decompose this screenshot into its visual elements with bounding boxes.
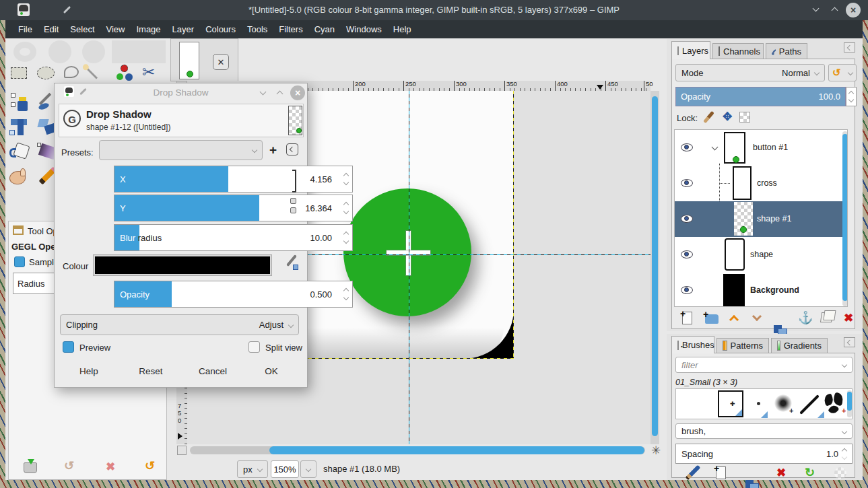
split-view-checkbox[interactable] (248, 341, 260, 353)
layer-row-background[interactable]: Background (675, 273, 848, 307)
dialog-close-icon[interactable]: × (290, 85, 305, 100)
opacity-spinner[interactable] (846, 87, 857, 106)
sample-checkbox[interactable] (14, 256, 25, 267)
visibility-eye-icon[interactable] (681, 215, 693, 223)
mode-switch-button[interactable]: ↺ (828, 64, 857, 81)
brush-item[interactable] (757, 402, 760, 405)
menu-windows[interactable]: Windows (346, 24, 382, 34)
presets-select[interactable] (99, 140, 263, 160)
zoom-input[interactable]: 150% (271, 460, 299, 478)
menu-image[interactable]: Image (136, 24, 160, 34)
brush-list-scrollbar[interactable] (847, 390, 852, 417)
layer-thumbnail[interactable] (733, 166, 752, 200)
brush-spacing-slider[interactable]: Spacing 1.0 (675, 444, 853, 464)
layer-thumbnail[interactable] (723, 274, 745, 307)
tool-scissors-select[interactable]: ✂ (142, 63, 155, 81)
brush-item-stroke[interactable] (799, 393, 822, 413)
layer-name[interactable]: cross (757, 178, 777, 188)
layer-name[interactable]: button #1 (753, 143, 788, 152)
open-brush-as-image-icon[interactable] (834, 467, 846, 479)
merge-layer-icon[interactable] (820, 312, 833, 322)
image-tab[interactable]: ✕ (170, 38, 238, 81)
delete-layer-icon[interactable]: ✖ (844, 312, 853, 324)
tool-free-select[interactable] (64, 66, 79, 78)
edit-brush-icon[interactable] (685, 465, 700, 480)
image-tab-close-icon[interactable]: ✕ (213, 54, 229, 70)
zoom-dropdown[interactable] (300, 460, 316, 478)
layer-name[interactable]: shape (750, 250, 773, 259)
tool-select-by-colour[interactable] (116, 65, 134, 82)
layer-list-scrollbar[interactable] (842, 131, 848, 306)
layer-row-button1[interactable]: button #1 (675, 130, 848, 166)
preset-menu-icon[interactable] (286, 143, 298, 155)
menu-view[interactable]: View (106, 24, 125, 34)
tab-gradients[interactable]: Gradients (771, 338, 828, 353)
layer-list-scrollbar-thumb[interactable] (842, 134, 848, 301)
brush-item-selected[interactable]: ✚ (718, 390, 743, 417)
menu-tools[interactable]: Tools (247, 24, 267, 34)
menu-help[interactable]: Help (393, 24, 411, 34)
brush-list-scrollbar-thumb[interactable] (847, 392, 852, 411)
brush-filter-input[interactable]: filter (675, 357, 853, 373)
new-layer-icon[interactable]: + (682, 312, 692, 324)
canvas-vscrollbar-thumb[interactable] (652, 96, 658, 436)
lower-layer-icon[interactable] (752, 312, 762, 321)
delete-brush-icon[interactable]: ✖ (776, 467, 786, 479)
tool-rectangle-select[interactable] (11, 67, 27, 79)
layer-opacity-slider[interactable]: Opacity 100.0 (675, 87, 846, 106)
tab-brushes[interactable]: • Brushes (671, 336, 714, 353)
y-spinner[interactable] (344, 195, 348, 221)
reset-tool-options-icon[interactable]: ↺ (145, 460, 155, 472)
layer-row-shape1-selected[interactable]: shape #1 (675, 201, 848, 237)
reset-button[interactable]: Reset (135, 366, 166, 376)
delete-tool-preset-icon[interactable]: ✖ (106, 461, 115, 473)
menu-select[interactable]: Select (70, 24, 94, 34)
ok-button[interactable]: OK (258, 366, 285, 376)
tool-paths[interactable] (11, 93, 28, 112)
dock-menu-button[interactable] (844, 337, 855, 347)
visibility-eye-icon[interactable] (681, 143, 693, 151)
navigation-cross-icon[interactable]: ✳ (648, 444, 663, 458)
layer-thumbnail[interactable] (724, 132, 745, 164)
preview-checkbox[interactable] (63, 341, 74, 353)
menu-file[interactable]: File (18, 24, 32, 34)
layer-row-cross[interactable]: cross (675, 166, 848, 201)
dock-menu-button[interactable] (844, 42, 855, 53)
canvas-hscrollbar[interactable] (190, 446, 645, 454)
restore-tool-preset-icon[interactable]: ↺ (64, 460, 74, 472)
tab-channels[interactable]: Channels (712, 43, 764, 59)
x-slider[interactable]: X 4.156 (114, 166, 353, 193)
refresh-brushes-icon[interactable]: ↻ (805, 466, 815, 479)
tab-paths[interactable]: Paths (766, 43, 807, 59)
clipping-select[interactable]: Clipping Adjust (60, 314, 299, 335)
layer-name[interactable]: Background (750, 285, 799, 295)
lock-alpha-icon[interactable] (739, 112, 750, 123)
layer-thumbnail[interactable] (725, 238, 745, 271)
menu-filters[interactable]: Filters (279, 24, 302, 34)
help-button[interactable]: Help (73, 366, 104, 376)
colour-swatch[interactable] (94, 255, 271, 275)
shadow-opacity-spinner[interactable] (344, 281, 348, 307)
shadow-opacity-slider[interactable]: Opacity 0.500 (114, 281, 353, 308)
lock-position-icon[interactable]: ✥ (721, 110, 734, 124)
anchor-layer-icon[interactable]: ⚓ (798, 310, 813, 325)
visibility-eye-icon[interactable] (681, 250, 693, 258)
layer-name[interactable]: shape #1 (757, 214, 791, 223)
add-preset-icon[interactable]: + (269, 143, 277, 158)
blur-radius-slider[interactable]: Blur radius 10.00 (114, 224, 353, 251)
menu-cyan[interactable]: Cyan (314, 24, 335, 34)
unit-select[interactable]: px (237, 460, 268, 478)
window-close-icon[interactable]: × (846, 3, 861, 18)
raise-layer-icon[interactable] (729, 315, 739, 324)
menu-colours[interactable]: Colours (205, 24, 236, 34)
tool-transform[interactable] (9, 118, 28, 137)
canvas-vscrollbar[interactable] (650, 91, 659, 444)
menu-edit[interactable]: Edit (44, 24, 59, 34)
brush-item-leaves[interactable]: + (823, 392, 846, 416)
x-spinner[interactable] (344, 166, 348, 192)
visibility-eye-icon[interactable] (681, 179, 693, 187)
layer-mode-select[interactable]: Mode Normal (675, 64, 825, 81)
layer-row-shape[interactable]: shape (675, 237, 848, 273)
canvas-hscrollbar-thumb[interactable] (269, 446, 644, 454)
tool-smudge[interactable] (9, 168, 28, 187)
